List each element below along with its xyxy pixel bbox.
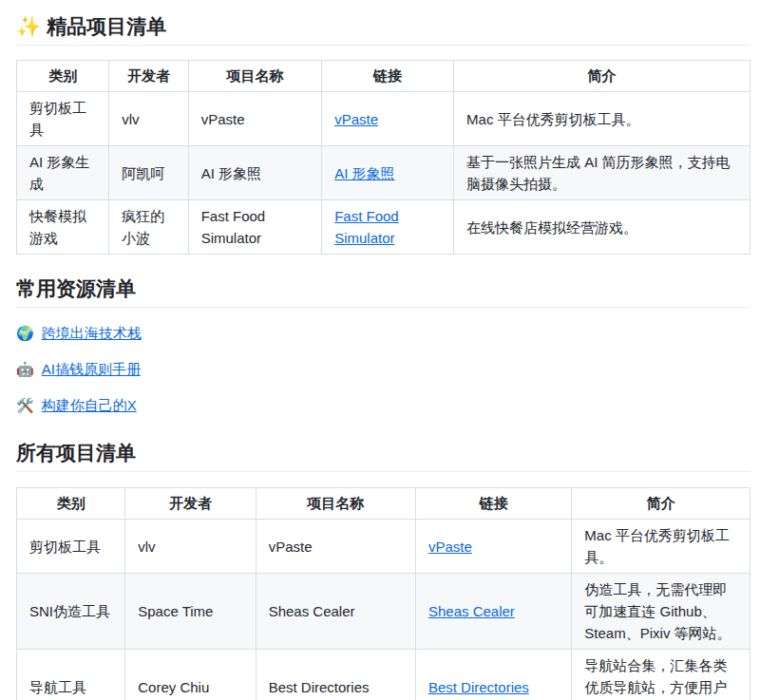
col-header-intro: 简介 bbox=[454, 61, 750, 92]
resources-list: 🌍跨境出海技术栈 🤖AI搞钱原则手册 🛠️构建你自己的X bbox=[16, 322, 750, 417]
featured-projects-table: 类别 开发者 项目名称 链接 简介 剪切板工具 vlv vPaste vPast… bbox=[16, 60, 750, 255]
col-header-category: 类别 bbox=[17, 488, 125, 520]
project-link[interactable]: AI 形象照 bbox=[334, 165, 394, 181]
cell-intro: 导航站合集，汇集各类优质导航站，方便用户发现 bbox=[572, 650, 750, 700]
col-header-category: 类别 bbox=[17, 61, 109, 92]
table-row: 导航工具 Corey Chiu Best Directories Best Di… bbox=[17, 650, 750, 700]
resource-item-ai-money: 🤖AI搞钱原则手册 bbox=[16, 358, 750, 381]
all-projects-title: 所有项目清单 bbox=[16, 442, 136, 464]
resource-link-ai-money[interactable]: AI搞钱原则手册 bbox=[42, 361, 141, 377]
resource-item-tech-stack: 🌍跨境出海技术栈 bbox=[16, 322, 750, 345]
cell-developer: Space Time bbox=[125, 574, 256, 650]
table-row: 剪切板工具 vlv vPaste vPaste Mac 平台优秀剪切板工具。 bbox=[17, 92, 750, 146]
cell-category: 导航工具 bbox=[17, 650, 125, 700]
project-link[interactable]: Sheas Cealer bbox=[428, 603, 515, 619]
cell-developer: 疯狂的小波 bbox=[109, 200, 188, 255]
cell-link: Fast Food Simulator bbox=[322, 200, 454, 255]
table-row: AI 形象生成 阿凯呵 AI 形象照 AI 形象照 基于一张照片生成 AI 简历… bbox=[17, 146, 750, 200]
cell-intro: 基于一张照片生成 AI 简历形象照，支持电脑摄像头拍摄。 bbox=[454, 146, 750, 200]
cell-developer: vlv bbox=[125, 520, 256, 574]
col-header-developer: 开发者 bbox=[109, 61, 188, 92]
cell-category: SNI伪造工具 bbox=[17, 574, 125, 650]
resources-heading: 常用资源清单 bbox=[16, 275, 750, 308]
col-header-name: 项目名称 bbox=[188, 61, 322, 92]
col-header-name: 项目名称 bbox=[256, 488, 415, 520]
cell-category: AI 形象生成 bbox=[17, 146, 109, 200]
project-link[interactable]: Fast Food Simulator bbox=[334, 208, 399, 246]
cell-project-name: Best Directories bbox=[256, 650, 415, 700]
table-row: 快餐模拟游戏 疯狂的小波 Fast Food Simulator Fast Fo… bbox=[17, 200, 750, 255]
all-projects-table: 类别 开发者 项目名称 链接 简介 剪切板工具 vlv vPaste vPast… bbox=[16, 487, 750, 700]
cell-category: 剪切板工具 bbox=[17, 92, 109, 146]
cell-intro: Mac 平台优秀剪切板工具。 bbox=[572, 520, 750, 574]
all-projects-heading: 所有项目清单 bbox=[16, 440, 750, 472]
cell-project-name: AI 形象照 bbox=[188, 146, 322, 200]
cell-link: AI 形象照 bbox=[322, 146, 454, 200]
globe-icon: 🌍 bbox=[16, 325, 34, 341]
cell-project-name: vPaste bbox=[188, 92, 322, 146]
table-row: SNI伪造工具 Space Time Sheas Cealer Sheas Ce… bbox=[17, 574, 750, 650]
cell-developer: 阿凯呵 bbox=[109, 146, 188, 200]
cell-category: 快餐模拟游戏 bbox=[17, 200, 109, 255]
hammer-wrench-icon: 🛠️ bbox=[16, 397, 34, 413]
project-link[interactable]: vPaste bbox=[334, 111, 378, 127]
col-header-intro: 简介 bbox=[572, 488, 750, 520]
cell-intro: 在线快餐店模拟经营游戏。 bbox=[454, 200, 750, 255]
sparkles-icon: ✨ bbox=[16, 15, 41, 37]
cell-link: Sheas Cealer bbox=[415, 574, 571, 650]
col-header-developer: 开发者 bbox=[125, 488, 256, 520]
resources-title: 常用资源清单 bbox=[16, 277, 136, 299]
cell-link: vPaste bbox=[415, 520, 571, 574]
table-header-row: 类别 开发者 项目名称 链接 简介 bbox=[17, 61, 750, 92]
col-header-link: 链接 bbox=[415, 488, 571, 520]
resource-link-build-your-x[interactable]: 构建你自己的X bbox=[42, 397, 137, 413]
project-link[interactable]: Best Directories bbox=[428, 679, 529, 695]
table-row: 剪切板工具 vlv vPaste vPaste Mac 平台优秀剪切板工具。 bbox=[17, 520, 750, 574]
cell-project-name: Sheas Cealer bbox=[256, 574, 415, 650]
robot-icon: 🤖 bbox=[16, 361, 34, 377]
project-link[interactable]: vPaste bbox=[428, 539, 472, 555]
resource-item-build-your-x: 🛠️构建你自己的X bbox=[16, 394, 750, 417]
featured-projects-title: 精品项目清单 bbox=[47, 15, 166, 37]
cell-category: 剪切板工具 bbox=[17, 520, 125, 574]
cell-developer: vlv bbox=[109, 92, 188, 146]
resource-link-tech-stack[interactable]: 跨境出海技术栈 bbox=[42, 325, 142, 341]
cell-link: vPaste bbox=[322, 92, 454, 146]
cell-intro: Mac 平台优秀剪切板工具。 bbox=[454, 92, 750, 146]
cell-project-name: vPaste bbox=[256, 520, 415, 574]
table-header-row: 类别 开发者 项目名称 链接 简介 bbox=[17, 488, 750, 520]
cell-intro: 伪造工具，无需代理即可加速直连 Github、Steam、Pixiv 等网站。 bbox=[572, 574, 750, 650]
featured-projects-heading: ✨精品项目清单 bbox=[16, 13, 750, 46]
cell-link: Best Directories bbox=[415, 650, 571, 700]
col-header-link: 链接 bbox=[322, 61, 454, 92]
cell-developer: Corey Chiu bbox=[125, 650, 256, 700]
cell-project-name: Fast Food Simulator bbox=[188, 200, 322, 255]
